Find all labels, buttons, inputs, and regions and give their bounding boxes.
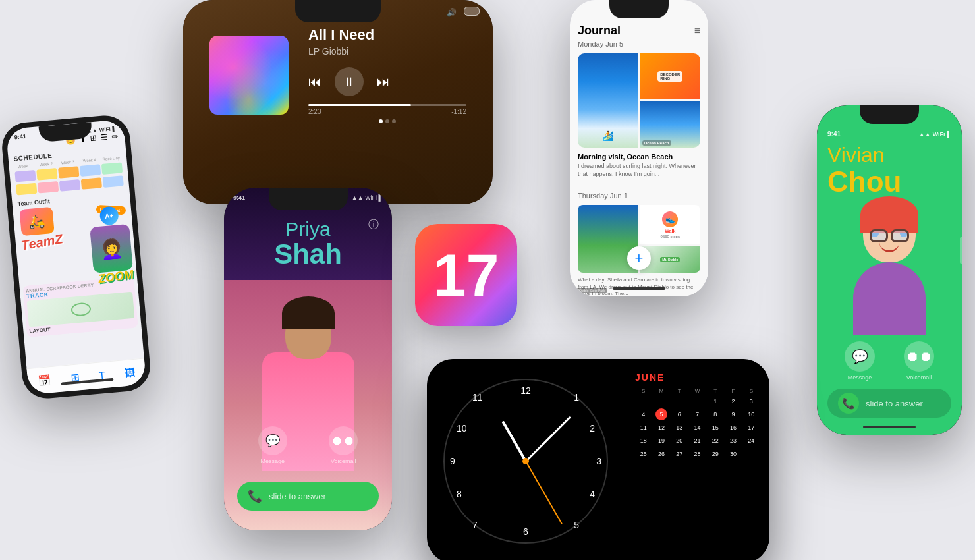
remaining-time: -1:12	[451, 108, 466, 115]
watch-screen: 12 3 6 9 1 11 2 4 5 7 8 10	[427, 359, 769, 560]
music-artist: LP Giobbi	[308, 46, 466, 57]
cal-day-18: 18	[638, 435, 650, 447]
vivian-name-area: Vivian Chou	[817, 143, 962, 196]
clock-num-4: 4	[590, 489, 595, 499]
memoji-glasses	[866, 229, 912, 244]
pause-button[interactable]: ⏸	[335, 67, 364, 96]
cal-header-w: W	[689, 388, 706, 394]
progress-times: 2:23 -1:12	[308, 108, 466, 115]
priya-message-button[interactable]: 💬 Message	[258, 426, 287, 464]
journal-menu-icon[interactable]: ≡	[694, 25, 700, 37]
journal-entry1-text: I dreamed about surfing last night. When…	[578, 163, 700, 178]
cal-header-t1: T	[671, 388, 688, 394]
glass-left-lens	[870, 229, 888, 242]
priya-voicemail-button[interactable]: ⏺⏺ Voicemail	[329, 426, 358, 464]
steps-label: 9560 steps	[661, 235, 680, 238]
vivian-actions: 💬 Message ⏺⏺ Voicemail	[817, 341, 962, 381]
memoji-smile	[879, 242, 899, 252]
cal-day-10: 10	[745, 408, 757, 420]
cal-day-5-today: 5	[655, 408, 667, 420]
vivian-battery-icon: ▌	[947, 131, 951, 138]
priya-phone-screen: 9:41 ▲▲ WiFi ▌ ⓘ Priya Shah	[224, 188, 392, 530]
vivian-voicemail-button[interactable]: ⏺⏺ Voicemail	[904, 341, 934, 381]
calendar-month: JUNE	[635, 372, 760, 383]
music-controls: ⏮ ⏸ ⏭	[308, 67, 466, 96]
journal-scroll-indicator	[613, 287, 665, 290]
cal-day-2: 2	[727, 395, 739, 407]
clock-num-11: 11	[472, 392, 483, 403]
toolbar-photo-icon[interactable]: 🖼	[125, 366, 136, 379]
journal-header: Journal ≡	[578, 24, 700, 38]
priya-message-label: Message	[260, 458, 285, 464]
cal-day-23: 23	[727, 435, 739, 447]
priya-slide-bar[interactable]: 📞 slide to answer	[237, 482, 379, 511]
volume-status-icon: 🔊	[447, 8, 457, 17]
clock-face: 12 3 6 9 1 11 2 4 5 7 8 10	[443, 379, 608, 544]
stickers-area: Team Outfit 🛵 I like that! TeamZ 👩‍🦱 ANN…	[12, 191, 142, 352]
journal-add-button[interactable]: +	[627, 246, 651, 270]
progress-fill	[308, 104, 411, 106]
vivian-edge-indicator	[960, 237, 962, 264]
cal-day-27: 27	[673, 448, 685, 460]
cal-day-13: 13	[673, 422, 685, 434]
memoji-hat	[860, 196, 918, 233]
vivian-voicemail-icon-circle: ⏺⏺	[904, 341, 934, 372]
cal-day-26: 26	[655, 448, 667, 460]
cal-day-15: 15	[710, 422, 721, 434]
toolbar-calendar-icon[interactable]: 📅	[37, 374, 51, 387]
vivian-message-button[interactable]: 💬 Message	[845, 341, 875, 381]
vivian-phone-screen: 9:41 ▲▲ WiFi ▌ Vivian Chou	[817, 105, 962, 435]
cal-day-4: 4	[638, 408, 650, 420]
vivian-message-icon-circle: 💬	[845, 341, 875, 372]
progress-bar[interactable]: 2:23 -1:12	[308, 104, 466, 115]
minute-hand	[525, 416, 571, 462]
forward-button[interactable]: ⏭	[377, 74, 390, 90]
wifi-icon: WiFi	[99, 126, 111, 132]
grid-icon[interactable]: ⊞	[90, 134, 97, 144]
music-title: All I Need	[308, 26, 466, 43]
music-phone-screen: 🔊 All I Need LP Giobbi ⏮ ⏸ ⏭	[183, 0, 493, 204]
journal-entry1-title: Morning visit, Ocean Beach	[578, 153, 700, 161]
journal-phone-screen: Journal ≡ Monday Jun 5 🏄 DECODERRING	[570, 0, 708, 296]
vivian-status-icons: ▲▲ WiFi ▌	[919, 130, 951, 138]
vivian-slide-bar[interactable]: 📞 slide to answer	[827, 389, 951, 418]
rewind-button[interactable]: ⏮	[308, 74, 321, 90]
priya-phone: 9:41 ▲▲ WiFi ▌ ⓘ Priya Shah	[224, 188, 392, 530]
walk-label: Walk	[665, 229, 675, 233]
priya-last-name: Shah	[224, 240, 392, 268]
vivian-last-name: Chou	[827, 167, 951, 196]
vivian-wifi-icon: WiFi	[933, 131, 945, 138]
watch-device: 12 3 6 9 1 11 2 4 5 7 8 10	[427, 359, 769, 560]
music-notch	[295, 0, 381, 22]
clock-num-2: 2	[590, 423, 595, 434]
cal-day-17: 17	[745, 422, 757, 434]
music-info: All I Need LP Giobbi ⏮ ⏸ ⏭ 2:23 -1:12	[308, 26, 466, 123]
priya-actions: 💬 Message ⏺⏺ Voicemail	[224, 426, 392, 464]
journal-notch	[609, 0, 669, 18]
edit-icon[interactable]: ✏	[111, 132, 119, 142]
cal-empty-end	[745, 448, 757, 460]
calendar-grid: S M T W T F S 1 2 3 4 5 6 7 8	[635, 388, 760, 460]
cal-day-9: 9	[727, 408, 739, 420]
ios17-number: 17	[433, 246, 499, 305]
cal-day-12: 12	[655, 422, 667, 434]
memoji-shirt	[853, 262, 926, 335]
vivian-message-label: Message	[848, 374, 872, 381]
vivian-voicemail-label: Voicemail	[906, 374, 932, 381]
schedule-phone: 9:41 ▲▲▲ WiFi ▌ 😊 ⬆ ⊞ ☰ ✏ SCHEDULE Week …	[0, 113, 152, 400]
vivian-slide-text: slide to answer	[866, 399, 923, 408]
clock-num-5: 5	[574, 520, 579, 530]
cal-day-14: 14	[691, 422, 703, 434]
priya-answer-icon: 📞	[248, 489, 262, 503]
clock-num-3: 3	[596, 456, 601, 466]
cal-day-1: 1	[710, 395, 721, 407]
journal-photo-beach: 🏄	[578, 53, 638, 148]
list-icon[interactable]: ☰	[100, 132, 108, 142]
cal-day-28: 28	[691, 448, 703, 460]
vivian-first-name: Vivian	[827, 143, 951, 167]
journal-divider	[578, 186, 700, 186]
cal-empty-2	[655, 395, 667, 407]
cal-day-16: 16	[727, 422, 739, 434]
ios17-icon: 17	[415, 224, 517, 326]
clock-num-1: 1	[574, 392, 579, 403]
